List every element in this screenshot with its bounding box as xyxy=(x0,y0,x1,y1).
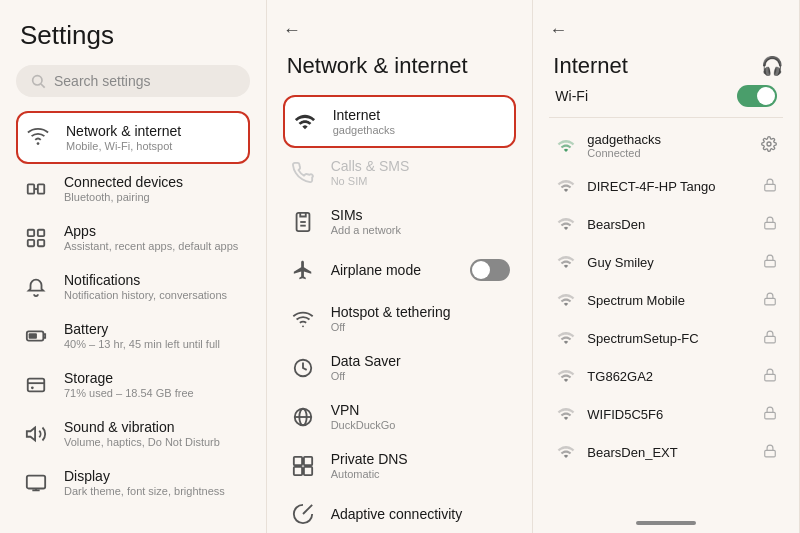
airplane-title: Airplane mode xyxy=(331,262,421,278)
network-icon xyxy=(24,124,52,152)
svg-rect-16 xyxy=(27,475,45,488)
adaptive-menu-item[interactable]: Adaptive connectivity xyxy=(283,490,517,533)
network-item[interactable]: WIFID5C5F6 xyxy=(549,395,783,433)
svg-rect-32 xyxy=(765,184,776,190)
svg-rect-39 xyxy=(765,450,776,456)
network-item[interactable]: Spectrum Mobile xyxy=(549,281,783,319)
sims-subtitle: Add a network xyxy=(331,224,401,236)
settings-item-sound[interactable]: Sound & vibration Volume, haptics, Do No… xyxy=(16,409,250,458)
sound-icon xyxy=(22,420,50,448)
wifi-signal-icon xyxy=(555,441,577,463)
apps-title: Apps xyxy=(64,223,238,239)
airplane-menu-item[interactable]: Airplane mode xyxy=(283,246,517,294)
network-item[interactable]: gadgethacksConnected xyxy=(549,124,783,167)
svg-marker-15 xyxy=(27,427,35,440)
wifi-signal-icon xyxy=(555,135,577,157)
hotspot-menu-item[interactable]: Hotspot & tethering Off xyxy=(283,294,517,343)
network-back-button[interactable]: ← xyxy=(283,20,517,41)
bottom-bar xyxy=(636,521,696,525)
datasaver-subtitle: Off xyxy=(331,370,401,382)
wifi-signal-icon xyxy=(555,175,577,197)
internet-panel-title: Internet xyxy=(549,53,628,79)
sims-icon xyxy=(289,208,317,236)
battery-icon xyxy=(22,322,50,350)
network-item[interactable]: Guy Smiley xyxy=(549,243,783,281)
network-name: Guy Smiley xyxy=(587,255,753,270)
internet-menu-item[interactable]: Internet gadgethacks xyxy=(283,95,517,148)
svg-rect-3 xyxy=(28,184,34,193)
gear-icon[interactable] xyxy=(761,136,777,155)
calls-menu-item[interactable]: Calls & SMS No SIM xyxy=(283,148,517,197)
wifi-signal-icon xyxy=(555,327,577,349)
network-panel-title: Network & internet xyxy=(283,53,517,79)
vpn-menu-item[interactable]: VPN DuckDuckGo xyxy=(283,392,517,441)
sims-menu-item[interactable]: SIMs Add a network xyxy=(283,197,517,246)
internet-wifi-icon xyxy=(291,108,319,136)
wifi-signal-icon xyxy=(555,365,577,387)
internet-subtitle: gadgethacks xyxy=(333,124,395,136)
internet-back-button[interactable]: ← xyxy=(549,20,783,41)
display-title: Display xyxy=(64,468,225,484)
airplane-toggle[interactable] xyxy=(470,259,510,281)
svg-point-0 xyxy=(33,76,42,85)
svg-rect-12 xyxy=(28,378,45,391)
network-item[interactable]: BearsDen_EXT xyxy=(549,433,783,471)
svg-rect-30 xyxy=(304,466,312,474)
hotspot-title: Hotspot & tethering xyxy=(331,304,451,320)
lock-icon xyxy=(763,330,777,347)
settings-item-connected[interactable]: Connected devices Bluetooth, pairing xyxy=(16,164,250,213)
search-placeholder-text: Search settings xyxy=(54,73,151,89)
lock-icon xyxy=(763,292,777,309)
settings-item-battery[interactable]: Battery 40% – 13 hr, 45 min left until f… xyxy=(16,311,250,360)
search-bar[interactable]: Search settings xyxy=(16,65,250,97)
network-name: WIFID5C5F6 xyxy=(587,407,753,422)
svg-rect-28 xyxy=(304,456,312,464)
datasaver-icon xyxy=(289,354,317,382)
notifications-icon xyxy=(22,273,50,301)
wifi-signal-icon xyxy=(555,289,577,311)
settings-item-network[interactable]: Network & internet Mobile, Wi-Fi, hotspo… xyxy=(16,111,250,164)
wifi-signal-icon xyxy=(555,403,577,425)
network-subtitle: Mobile, Wi-Fi, hotspot xyxy=(66,140,181,152)
storage-icon xyxy=(22,371,50,399)
vpn-title: VPN xyxy=(331,402,396,418)
lock-icon xyxy=(763,368,777,385)
sims-title: SIMs xyxy=(331,207,401,223)
svg-rect-7 xyxy=(38,229,44,235)
wifi-label: Wi-Fi xyxy=(555,88,588,104)
settings-item-notifications[interactable]: Notifications Notification history, conv… xyxy=(16,262,250,311)
network-item[interactable]: SpectrumSetup-FC xyxy=(549,319,783,357)
hotspot-icon xyxy=(289,305,317,333)
privatedns-subtitle: Automatic xyxy=(331,468,408,480)
sound-subtitle: Volume, haptics, Do Not Disturb xyxy=(64,436,220,448)
lock-icon xyxy=(763,178,777,195)
network-item[interactable]: BearsDen xyxy=(549,205,783,243)
settings-panel: Settings Search settings Network & inter… xyxy=(0,0,267,533)
notifications-title: Notifications xyxy=(64,272,227,288)
network-name: DIRECT-4F-HP Tango xyxy=(587,179,753,194)
airplane-icon xyxy=(289,256,317,284)
privatedns-menu-item[interactable]: Private DNS Automatic xyxy=(283,441,517,490)
settings-item-apps[interactable]: Apps Assistant, recent apps, default app… xyxy=(16,213,250,262)
headphone-icon: 🎧 xyxy=(761,55,783,77)
svg-rect-34 xyxy=(765,260,776,266)
storage-title: Storage xyxy=(64,370,194,386)
wifi-toggle[interactable] xyxy=(737,85,777,107)
svg-rect-11 xyxy=(29,333,37,339)
adaptive-icon xyxy=(289,500,317,528)
svg-point-2 xyxy=(37,142,40,145)
connected-icon xyxy=(22,175,50,203)
wifi-row: Wi-Fi xyxy=(549,81,783,118)
network-item[interactable]: DIRECT-4F-HP Tango xyxy=(549,167,783,205)
display-icon xyxy=(22,469,50,497)
datasaver-menu-item[interactable]: Data Saver Off xyxy=(283,343,517,392)
privatedns-title: Private DNS xyxy=(331,451,408,467)
svg-rect-29 xyxy=(294,466,302,474)
privatedns-icon xyxy=(289,452,317,480)
settings-item-display[interactable]: Display Dark theme, font size, brightnes… xyxy=(16,458,250,507)
network-item[interactable]: TG862GA2 xyxy=(549,357,783,395)
lock-icon xyxy=(763,444,777,461)
vpn-icon xyxy=(289,403,317,431)
connected-title: Connected devices xyxy=(64,174,183,190)
settings-item-storage[interactable]: Storage 71% used – 18.54 GB free xyxy=(16,360,250,409)
